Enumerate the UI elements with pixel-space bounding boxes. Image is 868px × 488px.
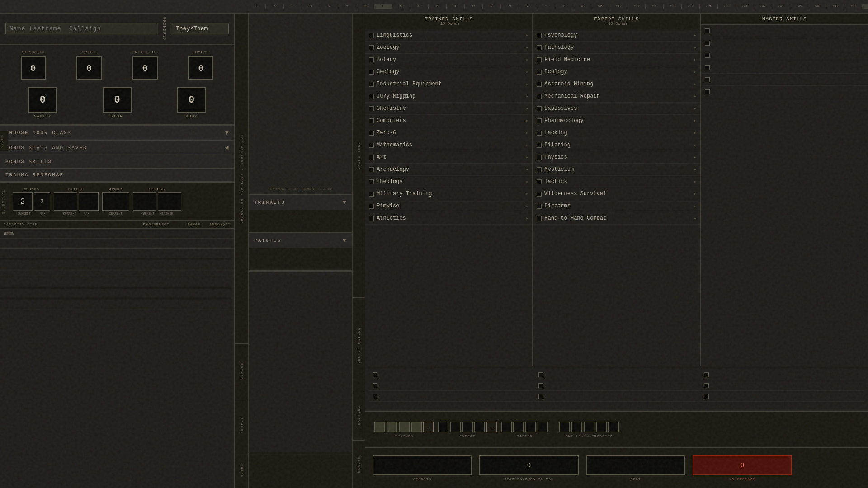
- skill-item-chemistry[interactable]: Chemistry▸: [365, 103, 532, 115]
- wounds-max-input[interactable]: [34, 192, 50, 211]
- sip-box-3[interactable]: [584, 422, 594, 432]
- patches-header[interactable]: PATCHES ▼: [249, 233, 352, 248]
- health-current-input[interactable]: [54, 192, 77, 211]
- debt-input[interactable]: [586, 455, 685, 475]
- custom-skill-input-7[interactable]: [712, 372, 861, 378]
- skill-item-piloting[interactable]: Piloting▸: [533, 139, 700, 151]
- wounds-current-input[interactable]: [13, 192, 33, 211]
- sanity-input[interactable]: [28, 87, 57, 113]
- custom-skill-8[interactable]: [700, 381, 864, 391]
- custom-skill-9[interactable]: [700, 392, 864, 402]
- sip-box-5[interactable]: [608, 422, 619, 432]
- skill-item-art[interactable]: Art▸: [365, 151, 532, 164]
- skill-item-explosives[interactable]: Explosives▸: [533, 103, 700, 115]
- sip-box-1[interactable]: [559, 422, 570, 432]
- stress-current-input[interactable]: [133, 192, 156, 211]
- custom-skill-input-8[interactable]: [712, 383, 861, 389]
- strength-input[interactable]: [21, 56, 46, 80]
- sip-box-4[interactable]: [596, 422, 607, 432]
- custom-skill-5[interactable]: [535, 381, 699, 391]
- custom-skill-input-3[interactable]: [380, 394, 529, 399]
- inventory-item-input[interactable]: [4, 230, 231, 237]
- trinkets-header[interactable]: TRINKETS ▼: [249, 195, 352, 210]
- expert-box-2[interactable]: [450, 422, 461, 432]
- skill-item-rimwise[interactable]: Rimwise▸: [365, 200, 532, 212]
- skill-item-theology[interactable]: Theology▸: [365, 176, 532, 188]
- character-name-input[interactable]: [5, 23, 158, 34]
- custom-skill-input-9[interactable]: [712, 394, 861, 399]
- master-box-3[interactable]: [525, 422, 536, 432]
- skill-item-asteroid-mining[interactable]: Asteroid Mining▸: [533, 78, 700, 90]
- custom-skill-input-2[interactable]: [380, 383, 529, 389]
- tab-character-portrait[interactable]: CHARACTER PORTRAIT / DESCRIPTION: [235, 14, 248, 343]
- skill-item-zoology[interactable]: Zoology▸: [365, 42, 532, 54]
- stress-min-input[interactable]: [158, 192, 181, 211]
- train-box-1[interactable]: [374, 422, 385, 432]
- custom-skill-input-5[interactable]: [546, 383, 695, 389]
- skill-item-geology[interactable]: Geology▸: [365, 66, 532, 78]
- skill-item-archaelogy[interactable]: Archaelogy▸: [365, 164, 532, 176]
- tab-people[interactable]: PEOPLE: [235, 398, 248, 452]
- skill-item-military-training[interactable]: Military Training▸: [365, 188, 532, 200]
- skill-item-psychology[interactable]: Psychology▸: [533, 29, 700, 42]
- master-box-2[interactable]: [513, 422, 524, 432]
- skill-item-firearms[interactable]: Firearms▸: [533, 200, 700, 212]
- expert-box-1[interactable]: [438, 422, 448, 432]
- armor-input[interactable]: [102, 192, 129, 211]
- tab-health[interactable]: HEALTH: [353, 441, 365, 488]
- skill-item-hacking[interactable]: Hacking▸: [533, 127, 700, 139]
- custom-skill-4[interactable]: [535, 370, 699, 380]
- master-box-4[interactable]: [538, 422, 548, 432]
- skill-item-athletics[interactable]: Athletics▸: [365, 212, 532, 225]
- choose-class-section[interactable]: CHOOSE YOUR CLASS ▼: [0, 125, 234, 141]
- skill-item-master-4[interactable]: [701, 61, 868, 74]
- skill-item-master-6[interactable]: [701, 86, 868, 98]
- pronouns-input[interactable]: [170, 23, 229, 34]
- trauma-response-section[interactable]: TRAUMA RESPONSE: [0, 169, 234, 182]
- skill-item-computers[interactable]: Computers▸: [365, 115, 532, 127]
- custom-skill-input-1[interactable]: [380, 372, 529, 378]
- expert-box-arrow[interactable]: →: [486, 422, 497, 432]
- skill-item-master-2[interactable]: [701, 37, 868, 49]
- skill-item-linguistics[interactable]: Linguistics▸: [365, 29, 532, 42]
- custom-skill-2[interactable]: [369, 381, 533, 391]
- skill-item-tactics[interactable]: Tactics▸: [533, 176, 700, 188]
- freedom-input[interactable]: [693, 455, 792, 475]
- body-input[interactable]: [177, 87, 206, 113]
- skill-item-master-5[interactable]: [701, 74, 868, 86]
- train-box-4[interactable]: [411, 422, 422, 432]
- skill-item-wilderness-survival[interactable]: Wilderness Survival▸: [533, 188, 700, 200]
- skill-item-pathology[interactable]: Pathology▸: [533, 42, 700, 54]
- train-box-3[interactable]: [399, 422, 410, 432]
- bonus-stats-section[interactable]: BONUS STATS AND SAVES ◄: [0, 141, 234, 155]
- skill-item-physics[interactable]: Physics▸: [533, 151, 700, 164]
- skill-item-ecology[interactable]: Ecology▸: [533, 66, 700, 78]
- expert-box-4[interactable]: [474, 422, 485, 432]
- combat-input[interactable]: [188, 56, 213, 80]
- sip-box-2[interactable]: [571, 422, 582, 432]
- speed-input[interactable]: [76, 56, 102, 80]
- intellect-input[interactable]: [132, 56, 158, 80]
- skill-item-industrial-equipment[interactable]: Industrial Equipment▸: [365, 78, 532, 90]
- skill-item-zero-g[interactable]: Zero-G▸: [365, 127, 532, 139]
- tab-skill-tree[interactable]: SKILL TREE: [353, 14, 365, 298]
- skill-item-jury-rigging[interactable]: Jury-Rigging▸: [365, 90, 532, 103]
- custom-skill-input-6[interactable]: [546, 394, 695, 399]
- skill-item-field-medicine[interactable]: Field Medicine▸: [533, 54, 700, 66]
- skill-item-mathematics[interactable]: Mathematics▸: [365, 139, 532, 151]
- skill-item-pharmacology[interactable]: Pharmacology▸: [533, 115, 700, 127]
- tab-curios[interactable]: CURIOS: [235, 343, 248, 398]
- tab-custom-skills[interactable]: CUSTOM SKILLS: [353, 298, 365, 393]
- health-max-input[interactable]: [79, 192, 99, 211]
- custom-skill-1[interactable]: [369, 370, 533, 380]
- train-box-arrow[interactable]: →: [423, 422, 434, 432]
- skill-item-hand-to-hand-combat[interactable]: Hand-to-Hand Combat▸: [533, 212, 700, 225]
- fear-input[interactable]: [103, 87, 132, 113]
- train-box-2[interactable]: [387, 422, 397, 432]
- custom-skill-6[interactable]: [535, 392, 699, 402]
- tab-training[interactable]: TRAINING: [353, 393, 365, 441]
- skill-item-mechanical-repair[interactable]: Mechanical Repair▸: [533, 90, 700, 103]
- expert-box-3[interactable]: [462, 422, 473, 432]
- bonus-skills-section[interactable]: BONUS SKILLS: [0, 155, 234, 169]
- skill-item-mysticism[interactable]: Mysticism▸: [533, 164, 700, 176]
